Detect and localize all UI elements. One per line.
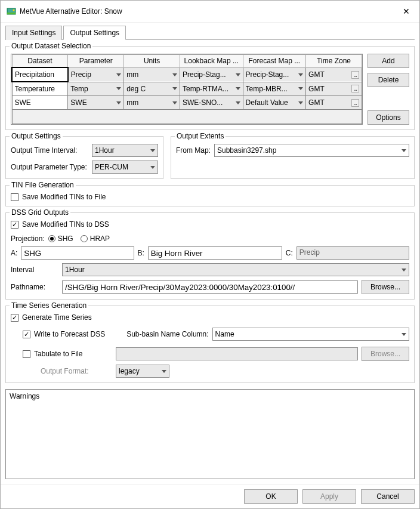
chevron-down-icon[interactable]	[298, 73, 303, 76]
add-button[interactable]: Add	[368, 54, 409, 68]
tabulate-path-input	[116, 347, 358, 360]
chevron-down-icon	[402, 333, 406, 336]
empty-row	[12, 110, 362, 124]
from-map-select[interactable]: Subbasin3297.shp	[214, 144, 409, 157]
col-parameter[interactable]: Parameter	[68, 55, 124, 68]
titlebar: MetVue Alternative Editor: Snow ✕	[1, 1, 419, 23]
content: Input Settings Output Settings Output Da…	[1, 23, 419, 484]
radio-hrap[interactable]: HRAP	[81, 235, 110, 243]
cell-forecast[interactable]: Temp-MBR...	[246, 85, 297, 93]
output-paramtype-select[interactable]: PER-CUM	[92, 161, 158, 174]
write-dss-label: Write to Forecast DSS	[34, 330, 105, 338]
output-settings-legend: Output Settings	[10, 132, 63, 140]
chevron-down-icon	[402, 149, 406, 152]
checkbox-icon	[23, 350, 30, 358]
output-extents-legend: Output Extents	[175, 132, 226, 140]
cell-lookback[interactable]: SWE-SNO...	[183, 98, 233, 107]
table-buttons: Add Delete Options	[368, 54, 409, 125]
chevron-down-icon	[162, 370, 166, 373]
dss-legend: DSS Grid Outputs	[10, 208, 70, 217]
checkbox-icon	[23, 331, 30, 338]
chevron-down-icon	[150, 149, 155, 152]
pathname-input[interactable]	[62, 280, 358, 294]
chevron-down-icon[interactable]	[298, 87, 303, 90]
tabulate-label: Tabulate to File	[34, 350, 82, 358]
cell-units[interactable]: mm	[126, 70, 170, 79]
cell-dataset[interactable]: SWE	[15, 98, 66, 107]
cell-timezone[interactable]: GMT	[308, 70, 349, 79]
ellipsis-button[interactable]: ...	[351, 99, 359, 107]
projection-label: Projection:	[11, 235, 45, 243]
chevron-down-icon[interactable]	[116, 101, 121, 104]
table-row[interactable]: Temperature Temp deg C Temp-RTMA... Temp…	[12, 82, 362, 96]
cell-forecast[interactable]: Precip-Stag...	[246, 70, 297, 79]
browse-pathname-button[interactable]: Browse...	[362, 280, 409, 294]
chevron-down-icon[interactable]	[172, 73, 177, 76]
cell-units[interactable]: mm	[126, 98, 170, 107]
cell-timezone[interactable]: GMT	[308, 98, 349, 107]
write-dss-checkbox[interactable]: Write to Forecast DSS	[23, 330, 105, 338]
cell-lookback[interactable]: Temp-RTMA...	[183, 85, 233, 93]
chevron-down-icon[interactable]	[116, 87, 121, 90]
subbasin-select[interactable]: Name	[212, 328, 409, 341]
save-tins-file-label: Save Modified TINs to File	[22, 193, 106, 201]
chevron-down-icon	[402, 269, 406, 272]
dss-grid-group: DSS Grid Outputs Save Modified TINs to D…	[5, 212, 415, 300]
save-tins-file-checkbox[interactable]: Save Modified TINs to File	[11, 193, 409, 201]
from-map-label: From Map:	[176, 146, 211, 155]
tabs: Input Settings Output Settings	[5, 25, 415, 40]
tab-output-settings[interactable]: Output Settings	[63, 26, 126, 40]
chevron-down-icon[interactable]	[236, 101, 240, 104]
save-tins-dss-checkbox[interactable]: Save Modified TINs to DSS	[11, 220, 409, 229]
ellipsis-button[interactable]: ...	[351, 85, 359, 92]
radio-shg[interactable]: SHG	[48, 235, 73, 243]
chevron-down-icon[interactable]	[236, 73, 240, 76]
generate-ts-label: Generate Time Series	[22, 313, 92, 322]
table-row[interactable]: Precipitation Precip mm Precip-Stag... P…	[12, 67, 362, 82]
chevron-down-icon[interactable]	[116, 73, 121, 76]
cell-dataset[interactable]: Temperature	[15, 85, 66, 93]
svg-point-2	[13, 10, 15, 11]
cell-parameter[interactable]: SWE	[70, 98, 114, 107]
chevron-down-icon[interactable]	[236, 87, 240, 90]
cell-lookback[interactable]: Precip-Stag...	[183, 70, 233, 79]
output-extents-group: Output Extents From Map: Subbasin3297.sh…	[171, 136, 415, 179]
c-label: C:	[286, 249, 293, 257]
options-button[interactable]: Options	[368, 110, 409, 125]
delete-button[interactable]: Delete	[368, 73, 409, 87]
output-settings-group: Output Settings Output Time Interval: 1H…	[5, 136, 163, 179]
col-forecast[interactable]: Forecast Map ...	[243, 55, 306, 68]
interval-select[interactable]: 1Hour	[62, 263, 409, 276]
cell-parameter[interactable]: Temp	[70, 85, 114, 93]
save-tins-dss-label: Save Modified TINs to DSS	[22, 220, 109, 229]
a-input[interactable]	[21, 246, 134, 260]
cell-timezone[interactable]: GMT	[308, 85, 349, 93]
cell-forecast[interactable]: Default Value	[246, 98, 297, 107]
tabulate-checkbox[interactable]: Tabulate to File	[23, 350, 112, 358]
ok-button[interactable]: OK	[244, 489, 298, 504]
interval-label: Interval	[11, 266, 58, 274]
generate-ts-checkbox[interactable]: Generate Time Series	[11, 313, 409, 322]
ellipsis-button[interactable]: ...	[351, 71, 359, 79]
col-units[interactable]: Units	[124, 55, 180, 68]
chevron-down-icon[interactable]	[172, 87, 177, 90]
tab-input-settings[interactable]: Input Settings	[5, 26, 62, 40]
col-lookback[interactable]: Lookback Map ...	[180, 55, 243, 68]
close-button[interactable]: ✕	[399, 4, 413, 18]
cell-dataset[interactable]: Precipitation	[15, 70, 65, 79]
warnings-label: Warnings	[10, 392, 39, 400]
cell-units[interactable]: deg C	[126, 85, 170, 93]
svg-rect-1	[7, 13, 16, 14]
col-dataset[interactable]: Dataset	[12, 55, 68, 68]
cell-parameter[interactable]: Precip	[71, 70, 114, 79]
dataset-selection-legend: Output Dataset Selection	[10, 42, 92, 50]
cancel-button[interactable]: Cancel	[361, 489, 415, 504]
table-row[interactable]: SWE SWE mm SWE-SNO... Default Value GMT.…	[12, 96, 362, 110]
output-format-select[interactable]: legacy	[116, 365, 169, 378]
chevron-down-icon[interactable]	[172, 101, 177, 104]
chevron-down-icon[interactable]	[298, 101, 303, 104]
b-input[interactable]	[148, 246, 282, 260]
col-timezone[interactable]: Time Zone	[306, 55, 362, 68]
output-interval-select[interactable]: 1Hour	[92, 144, 158, 157]
ts-legend: Time Series Generation	[10, 301, 88, 310]
